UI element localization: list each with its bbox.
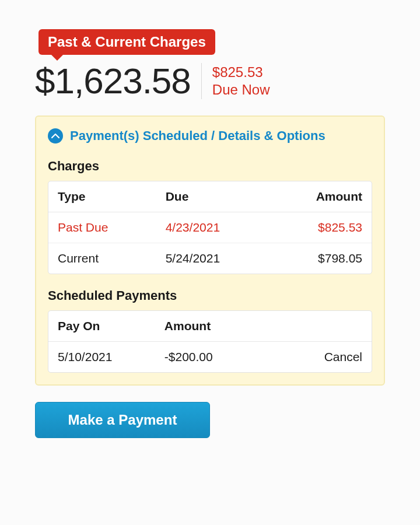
billing-summary: Past & Current Charges $1,623.58 $825.53…: [35, 29, 385, 438]
charge-amount: $798.05: [270, 243, 372, 274]
due-now-label: Due Now: [212, 81, 270, 99]
charge-type: Current: [48, 243, 156, 274]
panel-title: Payment(s) Scheduled / Details & Options: [70, 128, 326, 144]
charges-header-row: Type Due Amount: [48, 181, 372, 212]
table-row: Current 5/24/2021 $798.05: [48, 243, 372, 274]
scheduled-header-row: Pay On Amount: [48, 311, 372, 342]
table-row: Past Due 4/23/2021 $825.53: [48, 212, 372, 243]
table-row: 5/10/2021 -$200.00 Cancel: [48, 342, 372, 372]
charges-header-amount: Amount: [270, 181, 372, 212]
charge-amount: $825.53: [270, 212, 372, 243]
charges-badge-label: Past & Current Charges: [48, 34, 206, 50]
charges-title: Charges: [48, 159, 372, 174]
total-amount: $1,623.58: [35, 63, 191, 99]
due-now-block: $825.53 Due Now: [212, 64, 270, 99]
scheduled-header-amount: Amount: [155, 311, 291, 342]
scheduled-header-payon: Pay On: [48, 311, 155, 342]
charges-header-due: Due: [156, 181, 271, 212]
charge-type: Past Due: [48, 212, 156, 243]
charges-badge: Past & Current Charges: [38, 29, 215, 55]
charge-due: 4/23/2021: [156, 212, 271, 243]
charge-due: 5/24/2021: [156, 243, 271, 274]
scheduled-payments-title: Scheduled Payments: [48, 288, 372, 303]
scheduled-amount: -$200.00: [155, 342, 291, 372]
due-now-amount: $825.53: [212, 64, 270, 81]
panel-header[interactable]: Payment(s) Scheduled / Details & Options: [48, 128, 372, 144]
chevron-up-icon[interactable]: [48, 128, 63, 144]
cancel-button[interactable]: Cancel: [291, 342, 372, 372]
charges-header-type: Type: [48, 181, 156, 212]
charges-table: Type Due Amount Past Due 4/23/2021 $825.…: [48, 181, 372, 274]
scheduled-payments-table: Pay On Amount 5/10/2021 -$200.00 Cancel: [48, 310, 372, 373]
details-panel: Payment(s) Scheduled / Details & Options…: [35, 116, 385, 386]
make-payment-button[interactable]: Make a Payment: [35, 402, 210, 438]
scheduled-header-blank: [291, 311, 372, 342]
amount-row: $1,623.58 $825.53 Due Now: [35, 63, 385, 99]
vertical-divider: [201, 63, 202, 99]
scheduled-payon: 5/10/2021: [48, 342, 155, 372]
